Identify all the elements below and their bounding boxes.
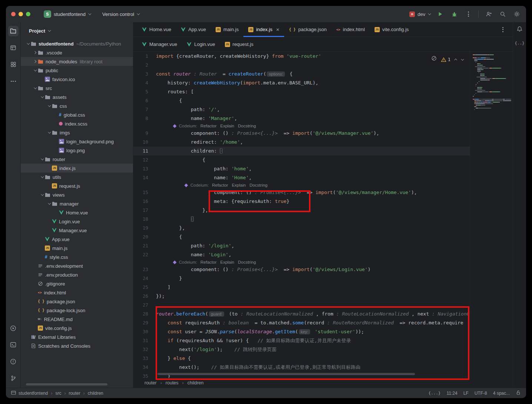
editor-tab-vite.config.js[interactable]: JS vite.config.js xyxy=(370,22,414,37)
code-line-2[interactable]: 2 xyxy=(133,61,470,70)
project-toolwindow-icon[interactable] xyxy=(8,26,19,36)
code-line-11[interactable]: 11 children: [ xyxy=(133,147,470,156)
code-line-23[interactable]: 23 component: () : Promise<{...}> => imp… xyxy=(133,265,470,274)
chevron-down-icon[interactable] xyxy=(48,201,51,204)
tree-item-app.vue[interactable]: App.vue xyxy=(21,235,133,244)
editor-tab-package.json[interactable]: { } package.json xyxy=(284,22,332,37)
tree-item-style.css[interactable]: # style.css xyxy=(21,253,133,261)
code-line-6[interactable]: 6 { xyxy=(133,96,470,105)
tree-item-request.js[interactable]: JS request.js xyxy=(21,181,133,190)
line-number[interactable]: 32 xyxy=(133,345,148,354)
run-toolwindow-icon[interactable] xyxy=(8,323,19,333)
line-number[interactable]: 4 xyxy=(133,79,148,87)
code-line-3[interactable]: 3 const router : Router = createRouter(o… xyxy=(133,70,470,79)
minimize-window-button[interactable] xyxy=(19,12,23,16)
line-number[interactable]: 21 xyxy=(133,241,148,250)
code-line-31[interactable]: 31 if (requiresAuth && !user) { // 如果目标路… xyxy=(133,336,470,345)
inspections-widget[interactable]: 1 xyxy=(429,54,465,65)
line-number[interactable]: 31 xyxy=(133,336,148,345)
tree-item-scratches-and-consoles[interactable]: Scratches and Consoles xyxy=(21,341,133,350)
line-number[interactable]: 24 xyxy=(133,274,148,283)
previous-problem-chevron-up-icon[interactable] xyxy=(454,59,457,61)
tree-item-src[interactable]: src xyxy=(21,84,133,93)
highlighting-off-icon[interactable] xyxy=(431,55,437,64)
project-selector[interactable]: S studentfontend xyxy=(41,9,93,19)
code-line-29[interactable]: 29 const requiresAuth : boolean = to.mat… xyxy=(133,318,470,327)
line-number[interactable]: 10 xyxy=(133,138,148,147)
indent-widget[interactable]: 4 spac... xyxy=(493,391,510,396)
line-number[interactable]: 9 xyxy=(133,129,148,138)
tree-item-node-modules[interactable]: node_modules library root xyxy=(21,57,133,66)
code-line-13[interactable]: 13 path: 'home', xyxy=(133,164,470,173)
code-line-14[interactable]: 14 name: 'Home', xyxy=(133,173,470,182)
editor-tab-request.js[interactable]: JS request.js xyxy=(220,37,258,51)
tree-item-external-libraries[interactable]: External Libraries xyxy=(21,333,133,341)
warning-indicator[interactable]: 1 xyxy=(441,55,450,64)
tab-options-kebab-icon[interactable] xyxy=(499,26,507,34)
status-crumb-children[interactable]: children xyxy=(88,391,103,396)
line-number[interactable]: 30 xyxy=(133,327,148,336)
line-number[interactable]: 12 xyxy=(133,156,148,164)
code-line-21[interactable]: 21 path: '/login', xyxy=(133,241,470,250)
tree-item-home.vue[interactable]: Home.vue xyxy=(21,208,133,217)
code-line-4[interactable]: 4 history: createWebHistory(import.meta.… xyxy=(133,79,470,87)
line-number[interactable]: 20 xyxy=(133,233,148,241)
code-line-1[interactable]: 1 import {createRouter, createWebHistory… xyxy=(133,52,470,61)
code-line-10[interactable]: 10 redirect: '/home', xyxy=(133,138,470,147)
tree-item-login-background.png[interactable]: login_background.png xyxy=(21,137,133,146)
code-line-28[interactable]: 28 router.beforeEach(guard: (to : RouteL… xyxy=(133,310,470,318)
run-configuration-selector[interactable]: n dev xyxy=(409,11,430,17)
breadcrumb-item-routes[interactable]: routes xyxy=(166,380,179,385)
status-crumb-src[interactable]: src xyxy=(55,391,61,396)
breadcrumb-item-router[interactable]: router xyxy=(144,380,157,385)
line-number[interactable]: 6 xyxy=(133,96,148,105)
tree-item-global.css[interactable]: # global.css xyxy=(21,110,133,119)
code-line-26[interactable]: 26 }); xyxy=(133,292,470,301)
editor-tab-index.js[interactable]: JS index.js × xyxy=(243,22,284,37)
code-line-5[interactable]: 5 routes: [ xyxy=(133,87,470,96)
chevron-down-icon[interactable] xyxy=(34,86,37,89)
tree-item-favicon.ico[interactable]: favicon.ico xyxy=(21,75,133,84)
notifications-bell-icon[interactable] xyxy=(516,26,523,34)
structure-toolwindow-icon[interactable] xyxy=(8,43,19,53)
code-line-7[interactable]: 7 path: '/', xyxy=(133,105,470,114)
chevron-down-icon[interactable] xyxy=(41,193,44,196)
editor-horizontal-scrollbar[interactable] xyxy=(157,373,415,375)
editor-tab-app.vue[interactable]: App.vue xyxy=(176,22,211,37)
code-line-27[interactable]: 27 xyxy=(133,301,470,310)
line-number[interactable]: 8 xyxy=(133,114,148,123)
problems-toolwindow-icon[interactable] xyxy=(8,356,19,367)
settings-gear-icon[interactable] xyxy=(513,10,521,18)
editor-tab-manager.vue[interactable]: Manager.vue xyxy=(137,37,182,51)
line-number[interactable]: 35 xyxy=(133,372,148,378)
line-number[interactable]: 25 xyxy=(133,283,148,292)
code-line-32[interactable]: 32 next('/login'); // 跳转到登录页面 xyxy=(133,345,470,354)
tree-item-.env.development[interactable]: .env.development xyxy=(21,261,133,270)
tree-item-manager[interactable]: manager xyxy=(21,199,133,208)
project-horizontal-scrollbar[interactable] xyxy=(26,383,107,385)
line-number[interactable]: 19 xyxy=(133,224,148,233)
code-line-30[interactable]: 30 const user = JSON.parse(localStorage.… xyxy=(133,327,470,336)
zoom-window-button[interactable] xyxy=(26,12,30,16)
encoding-widget[interactable]: UTF-8 xyxy=(475,391,487,396)
tree-item-manager.vue[interactable]: Manager.vue xyxy=(21,226,133,235)
line-number[interactable]: 15 xyxy=(133,188,148,197)
tree-item-logo.png[interactable]: logo.png xyxy=(21,146,133,155)
tree-item-package-lock.json[interactable]: { } package-lock.json xyxy=(21,306,133,315)
code-line-34[interactable]: 34 next(); // 如果目标路由不需要认证,或者用户已登录,则正常导航到… xyxy=(133,363,470,372)
tree-item-public[interactable]: public xyxy=(21,66,133,75)
ai-assistant-icon[interactable]: {..} xyxy=(515,40,525,46)
line-separator-widget[interactable]: LF xyxy=(463,391,469,396)
line-number[interactable]: 22 xyxy=(133,250,148,259)
line-number[interactable]: 28 xyxy=(133,310,148,318)
next-problem-chevron-down-icon[interactable] xyxy=(461,57,464,60)
line-number[interactable]: 2 xyxy=(133,61,148,70)
tree-item-main.js[interactable]: JS main.js xyxy=(21,244,133,253)
editor-tab-main.js[interactable]: JS main.js xyxy=(211,22,243,37)
tree-item-imgs[interactable]: imgs xyxy=(21,128,133,137)
tab-close-icon[interactable]: × xyxy=(276,27,279,32)
code-line-12[interactable]: 12 { xyxy=(133,156,470,164)
tree-item-.vscode[interactable]: .vscode xyxy=(21,48,133,57)
line-number[interactable]: 13 xyxy=(133,164,148,173)
code-line-25[interactable]: 25 ] xyxy=(133,283,470,292)
